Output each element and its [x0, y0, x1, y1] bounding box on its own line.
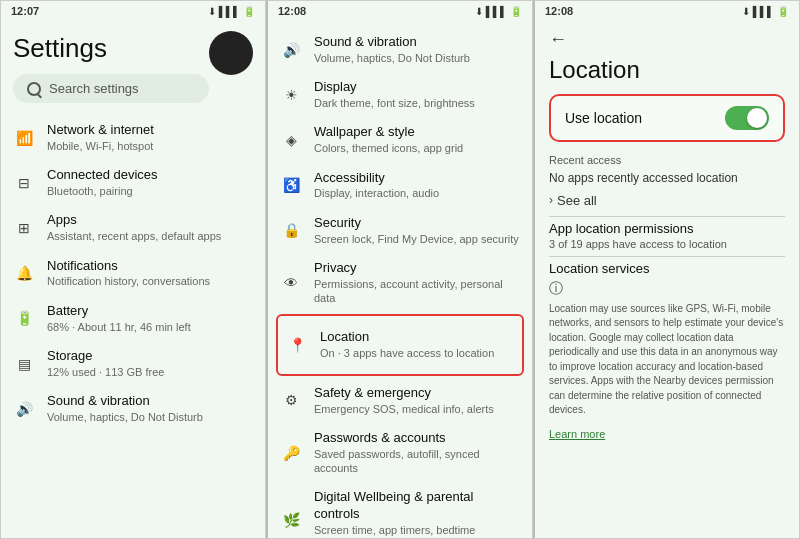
connected-sub: Bluetooth, pairing	[47, 184, 253, 198]
settings-item-accounts[interactable]: 🔑 Passwords & accounts Saved passwords, …	[280, 423, 520, 482]
location-services-heading: Location services	[549, 261, 785, 276]
accessibility-title: Accessibility	[314, 170, 520, 187]
settings-item-emergency[interactable]: ⚙ Safety & emergency Emergency SOS, medi…	[280, 378, 520, 423]
settings-item-notifications[interactable]: 🔔 Notifications Notification history, co…	[13, 251, 253, 296]
battery-title: Battery	[47, 303, 253, 320]
panel-location-detail: 12:08 ⬇ ▌▌▌ 🔋 ← Location Use location Re…	[533, 0, 800, 539]
bell-icon: 🔔	[13, 262, 35, 284]
battery-icon-p2: 🔋	[510, 6, 522, 17]
apps-sub: Assistant, recent apps, default apps	[47, 229, 253, 243]
accessibility-icon: ♿	[280, 174, 302, 196]
apps-title: Apps	[47, 212, 253, 229]
accessibility-sub: Display, interaction, audio	[314, 186, 520, 200]
search-input-placeholder: Search settings	[49, 81, 139, 96]
app-permissions-heading: App location permissions	[549, 221, 785, 236]
security-icon: 🔒	[280, 219, 302, 241]
battery-icon-p3: 🔋	[777, 6, 789, 17]
settings-item-display[interactable]: ☀ Display Dark theme, font size, brightn…	[280, 72, 520, 117]
wellbeing-sub: Screen time, app timers, bedtime schedul…	[314, 523, 520, 538]
signal-icon-p2: ▌▌▌	[486, 6, 507, 17]
notifications-title: Notifications	[47, 258, 253, 275]
battery-icon-item: 🔋	[13, 307, 35, 329]
settings-item-storage[interactable]: ▤ Storage 12% used · 113 GB free	[13, 341, 253, 386]
see-all-row[interactable]: › See all	[549, 193, 785, 208]
chevron-right-icon: ›	[549, 193, 553, 207]
info-icon: ⓘ	[549, 280, 785, 298]
location-page-title: Location	[549, 56, 785, 84]
settings-item-wallpaper[interactable]: ◈ Wallpaper & style Colors, themed icons…	[280, 117, 520, 162]
volume-icon-p2: 🔊	[280, 39, 302, 61]
wallpaper-sub: Colors, themed icons, app grid	[314, 141, 520, 155]
wifi-icon: 📶	[13, 127, 35, 149]
status-icons-panel2: ⬇ ▌▌▌ 🔋	[475, 6, 522, 17]
signal-icon-p3: ▌▌▌	[753, 6, 774, 17]
signal-icon: ▌▌▌	[219, 6, 240, 17]
use-location-toggle-row[interactable]: Use location	[549, 94, 785, 142]
emergency-title: Safety & emergency	[314, 385, 520, 402]
display-sub: Dark theme, font size, brightness	[314, 96, 520, 110]
privacy-title: Privacy	[314, 260, 520, 277]
security-sub: Screen lock, Find My Device, app securit…	[314, 232, 520, 246]
settings-item-accessibility[interactable]: ♿ Accessibility Display, interaction, au…	[280, 163, 520, 208]
settings-item-connected[interactable]: ⊟ Connected devices Bluetooth, pairing	[13, 160, 253, 205]
location-toggle[interactable]	[725, 106, 769, 130]
storage-icon: ▤	[13, 353, 35, 375]
search-icon	[27, 82, 41, 96]
display-icon: ☀	[280, 84, 302, 106]
battery-sub: 68% · About 11 hr, 46 min left	[47, 320, 253, 334]
panel-settings-list: 12:08 ⬇ ▌▌▌ 🔋 🔊 Sound & vibration Volume…	[266, 0, 533, 539]
location-sub-p2: On · 3 apps have access to location	[320, 346, 514, 360]
network-title: Network & internet	[47, 122, 253, 139]
time-panel1: 12:07	[11, 5, 39, 17]
notifications-sub: Notification history, conversations	[47, 274, 253, 288]
time-panel2: 12:08	[278, 5, 306, 17]
settings-item-wellbeing[interactable]: 🌿 Digital Wellbeing & parental controls …	[280, 482, 520, 538]
emergency-sub: Emergency SOS, medical info, alerts	[314, 402, 520, 416]
app-permissions-desc: 3 of 19 apps have access to location	[549, 238, 785, 250]
panel2-content: 🔊 Sound & vibration Volume, haptics, Do …	[268, 21, 532, 538]
emergency-icon: ⚙	[280, 389, 302, 411]
connected-title: Connected devices	[47, 167, 253, 184]
no-apps-text: No apps recently accessed location	[549, 170, 785, 187]
sound-sub: Volume, haptics, Do Not Disturb	[47, 410, 253, 424]
accounts-title: Passwords & accounts	[314, 430, 520, 447]
back-button[interactable]: ←	[549, 29, 567, 50]
settings-item-battery[interactable]: 🔋 Battery 68% · About 11 hr, 46 min left	[13, 296, 253, 341]
network-sub: Mobile, Wi-Fi, hotspot	[47, 139, 253, 153]
storage-title: Storage	[47, 348, 253, 365]
wallpaper-title: Wallpaper & style	[314, 124, 520, 141]
avatar[interactable]	[209, 31, 253, 75]
volume-icon: 🔊	[13, 398, 35, 420]
search-bar[interactable]: Search settings	[13, 74, 209, 103]
privacy-sub: Permissions, account activity, personal …	[314, 277, 520, 306]
display-title: Display	[314, 79, 520, 96]
location-title-p2: Location	[320, 329, 514, 346]
settings-item-location-highlighted[interactable]: 📍 Location On · 3 apps have access to lo…	[276, 314, 524, 375]
sound-title: Sound & vibration	[47, 393, 253, 410]
sound-title-p2: Sound & vibration	[314, 34, 520, 51]
download-icon: ⬇	[208, 6, 216, 17]
status-icons-panel3: ⬇ ▌▌▌ 🔋	[742, 6, 789, 17]
settings-item-privacy[interactable]: 👁 Privacy Permissions, account activity,…	[280, 253, 520, 312]
settings-item-security[interactable]: 🔒 Security Screen lock, Find My Device, …	[280, 208, 520, 253]
settings-item-sound[interactable]: 🔊 Sound & vibration Volume, haptics, Do …	[13, 386, 253, 431]
sound-sub-p2: Volume, haptics, Do Not Disturb	[314, 51, 520, 65]
battery-icon: 🔋	[243, 6, 255, 17]
status-icons-panel1: ⬇ ▌▌▌ 🔋	[208, 6, 255, 17]
fine-print-text: Location may use sources like GPS, Wi-Fi…	[549, 302, 785, 418]
learn-more-link[interactable]: Learn more	[549, 428, 605, 440]
settings-item-location[interactable]: 📍 Location On · 3 apps have access to lo…	[286, 322, 514, 367]
use-location-label: Use location	[565, 110, 642, 126]
security-title: Security	[314, 215, 520, 232]
divider-2	[549, 256, 785, 257]
wellbeing-icon: 🌿	[280, 509, 302, 531]
recent-access-label: Recent access	[549, 154, 785, 166]
see-all-label: See all	[557, 193, 597, 208]
settings-item-apps[interactable]: ⊞ Apps Assistant, recent apps, default a…	[13, 205, 253, 250]
status-bar-panel3: 12:08 ⬇ ▌▌▌ 🔋	[535, 1, 799, 21]
settings-item-network[interactable]: 📶 Network & internet Mobile, Wi-Fi, hots…	[13, 115, 253, 160]
panel1-content: Settings Search settings 📶 Network & int…	[1, 21, 265, 538]
privacy-icon: 👁	[280, 272, 302, 294]
divider-1	[549, 216, 785, 217]
settings-item-sound-p2[interactable]: 🔊 Sound & vibration Volume, haptics, Do …	[280, 27, 520, 72]
